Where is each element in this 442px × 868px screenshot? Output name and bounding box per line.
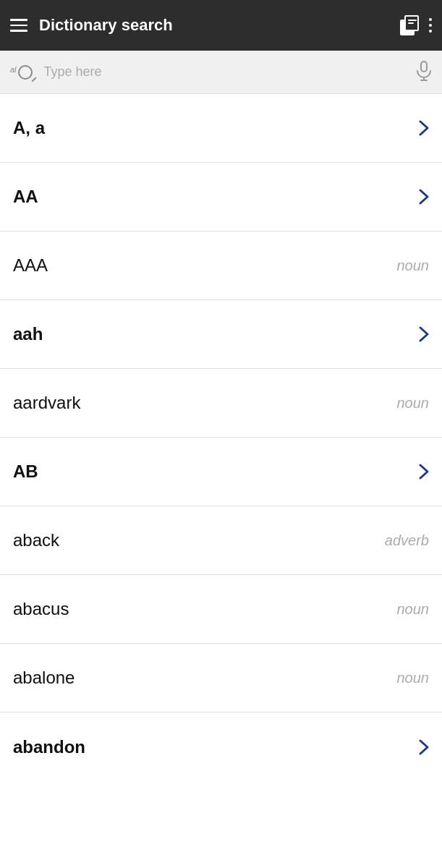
search-input[interactable] <box>38 64 416 80</box>
app-title: Dictionary search <box>39 16 400 35</box>
word-label: abalone <box>13 668 75 688</box>
search-bar: al <box>0 51 442 94</box>
part-of-speech-label: noun <box>397 670 430 686</box>
dot3 <box>429 30 432 33</box>
list-item[interactable]: aardvarknoun <box>0 369 442 438</box>
svg-rect-0 <box>421 61 427 72</box>
list-item[interactable]: AAAnoun <box>0 231 442 300</box>
chevron-right-icon <box>419 464 429 480</box>
word-label: aah <box>13 324 43 344</box>
header-actions <box>400 15 432 35</box>
word-label: aardvark <box>13 393 80 413</box>
list-item[interactable]: abacusnoun <box>0 575 442 644</box>
list-item[interactable]: aah <box>0 300 442 369</box>
list-item[interactable]: abalonenoun <box>0 644 442 712</box>
list-item[interactable]: A, a <box>0 94 442 163</box>
dot2 <box>429 24 432 27</box>
microphone-button[interactable] <box>416 61 432 84</box>
more-options-button[interactable] <box>429 18 432 33</box>
dictionary-list: A, aAAAAAnounaahaardvarknounABabackadver… <box>0 94 442 781</box>
search-al-prefix: al <box>10 65 17 74</box>
list-item[interactable]: abackadverb <box>0 506 442 575</box>
part-of-speech-label: noun <box>397 395 430 412</box>
word-label: A, a <box>13 118 45 138</box>
list-item[interactable]: abandon <box>0 712 442 781</box>
chevron-right-icon <box>419 739 429 755</box>
search-icon <box>18 65 33 80</box>
page2-icon <box>404 15 419 31</box>
word-label: abacus <box>13 599 69 619</box>
menu-button[interactable] <box>10 19 27 32</box>
chevron-right-icon <box>419 326 429 342</box>
word-label: AAA <box>13 255 48 276</box>
microphone-icon <box>416 61 432 81</box>
chevron-right-icon <box>419 189 429 205</box>
list-item[interactable]: AB <box>0 438 442 506</box>
word-label: AA <box>13 187 38 207</box>
word-label: abandon <box>13 737 85 757</box>
list-item[interactable]: AA <box>0 163 442 231</box>
part-of-speech-label: noun <box>397 258 430 274</box>
word-label: AB <box>13 461 38 482</box>
word-label: aback <box>13 530 59 550</box>
chevron-right-icon <box>419 120 429 136</box>
dot1 <box>429 18 432 21</box>
part-of-speech-label: adverb <box>385 532 429 549</box>
dictionary-icon[interactable] <box>400 15 419 35</box>
page2-line2 <box>408 22 414 24</box>
page2-line1 <box>408 20 417 21</box>
search-icon-wrap: al <box>10 65 33 80</box>
app-header: Dictionary search <box>0 0 442 51</box>
part-of-speech-label: noun <box>397 601 430 618</box>
